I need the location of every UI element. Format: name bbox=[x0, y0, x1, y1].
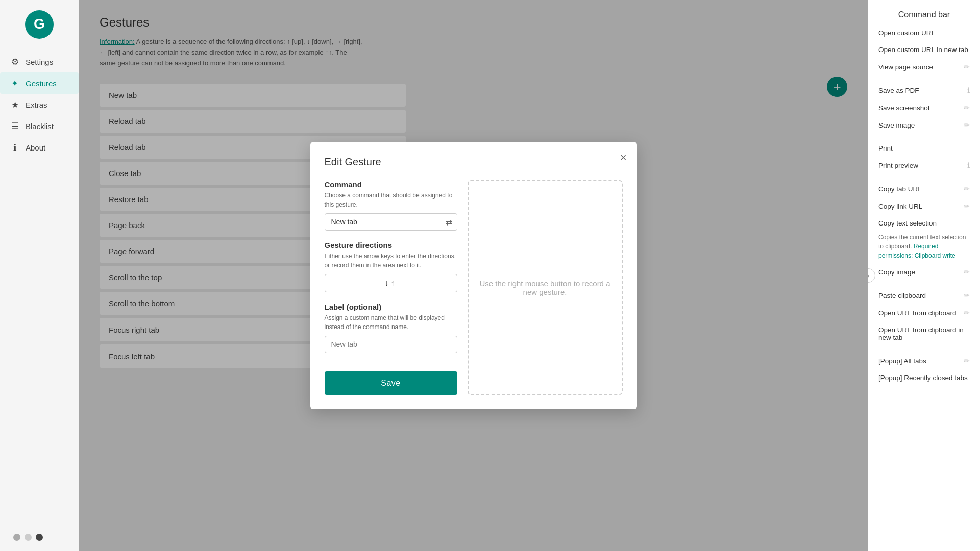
cmd-copy-text-selection[interactable]: Copy text selection bbox=[874, 215, 974, 232]
gesture-record-area[interactable]: Use the right mouse button to record a n… bbox=[468, 180, 623, 395]
sidebar-item-about[interactable]: ℹ About bbox=[0, 137, 79, 158]
settings-icon: ⚙ bbox=[9, 56, 20, 67]
dot-3[interactable] bbox=[36, 534, 43, 541]
edit-icon: ✏ bbox=[964, 309, 970, 317]
extras-icon: ★ bbox=[9, 99, 20, 110]
command-select-container: New tab ⇄ bbox=[325, 213, 457, 231]
cmd-label: Paste clipboard bbox=[878, 292, 926, 299]
edit-icon: ✏ bbox=[964, 63, 970, 71]
separator bbox=[874, 174, 974, 180]
separator bbox=[874, 281, 974, 287]
svg-text:G: G bbox=[34, 16, 45, 32]
cmd-label: Copy image bbox=[878, 268, 915, 276]
right-panel: › Command bar Open custom URL Open custo… bbox=[868, 0, 980, 551]
cmd-copy-link-url[interactable]: Copy link URL ✏ bbox=[874, 197, 974, 215]
cmd-label: Copy tab URL bbox=[878, 185, 922, 193]
main-content: Gestures Information: A gesture is a seq… bbox=[79, 0, 868, 551]
sidebar-label-about: About bbox=[26, 143, 45, 152]
right-panel-title: Command bar bbox=[868, 0, 980, 24]
cmd-open-custom-url[interactable]: Open custom URL bbox=[874, 24, 974, 41]
label-optional-label: Label (optional) bbox=[325, 303, 457, 311]
label-section: Label (optional) Assign a custom name th… bbox=[325, 303, 457, 353]
command-section: Command Choose a command that should be … bbox=[325, 180, 457, 231]
sidebar: G ⚙ Settings ✦ Gestures ★ Extras ☰ Black… bbox=[0, 0, 79, 551]
cmd-label: Open custom URL bbox=[878, 29, 935, 37]
cmd-copy-image[interactable]: Copy image ✏ bbox=[874, 263, 974, 281]
edit-icon: ℹ bbox=[967, 161, 970, 169]
cmd-popup-all-tabs[interactable]: [Popup] All tabs ✏ bbox=[874, 352, 974, 369]
edit-icon: ✏ bbox=[964, 202, 970, 210]
command-label: Command bbox=[325, 180, 457, 189]
cmd-label: Print bbox=[878, 144, 893, 152]
cmd-open-custom-url-new-tab[interactable]: Open custom URL in new tab bbox=[874, 41, 974, 58]
sidebar-item-extras[interactable]: ★ Extras bbox=[0, 94, 79, 115]
edit-icon: ✏ bbox=[964, 121, 970, 129]
cmd-save-screenshot[interactable]: Save screenshot ✏ bbox=[874, 99, 974, 116]
record-hint-text: Use the right mouse button to record a n… bbox=[479, 279, 611, 296]
command-desc: Choose a command that should be assigned… bbox=[325, 191, 457, 209]
cmd-label: [Popup] Recently closed tabs bbox=[878, 374, 968, 382]
dot-2[interactable] bbox=[24, 534, 32, 541]
cmd-open-url-clipboard[interactable]: Open URL from clipboard ✏ bbox=[874, 304, 974, 321]
gestures-icon: ✦ bbox=[9, 78, 20, 89]
cmd-print[interactable]: Print bbox=[874, 140, 974, 157]
separator bbox=[874, 346, 974, 352]
cmd-label: Copy link URL bbox=[878, 203, 922, 210]
cmd-label: Save image bbox=[878, 121, 915, 129]
dot-1[interactable] bbox=[13, 534, 20, 541]
cmd-copy-tab-url[interactable]: Copy tab URL ✏ bbox=[874, 180, 974, 197]
modal-close-button[interactable]: × bbox=[620, 151, 627, 164]
gesture-directions-desc: Either use the arrow keys to enter the d… bbox=[325, 252, 457, 270]
sidebar-label-gestures: Gestures bbox=[26, 79, 57, 88]
edit-icon: ✏ bbox=[964, 104, 970, 112]
gesture-directions-section: Gesture directions Either use the arrow … bbox=[325, 241, 457, 292]
sidebar-nav: ⚙ Settings ✦ Gestures ★ Extras ☰ Blackli… bbox=[0, 51, 79, 158]
sidebar-label-extras: Extras bbox=[26, 101, 47, 109]
edit-gesture-modal: Edit Gesture × Command Choose a command … bbox=[310, 142, 637, 409]
separator bbox=[874, 76, 974, 82]
pagination-dots bbox=[13, 534, 43, 541]
sidebar-label-blacklist: Blacklist bbox=[26, 122, 54, 131]
cmd-label: Open custom URL in new tab bbox=[878, 46, 968, 54]
save-gesture-button[interactable]: Save bbox=[325, 371, 457, 395]
modal-overlay: Edit Gesture × Command Choose a command … bbox=[79, 0, 868, 551]
command-select[interactable]: New tab bbox=[325, 213, 457, 231]
copy-text-info: Copies the current text selection to cli… bbox=[874, 232, 974, 263]
cmd-label: View page source bbox=[878, 63, 933, 71]
edit-icon: ℹ bbox=[967, 86, 970, 94]
cmd-label: Open URL from clipboard in new tab bbox=[878, 326, 970, 341]
cmd-view-page-source[interactable]: View page source ✏ bbox=[874, 58, 974, 76]
sidebar-item-gestures[interactable]: ✦ Gestures bbox=[0, 72, 79, 94]
edit-icon: ✏ bbox=[964, 357, 970, 365]
permissions-link[interactable]: Required permissions: Clipboard write bbox=[878, 243, 955, 259]
sidebar-item-blacklist[interactable]: ☰ Blacklist bbox=[0, 115, 79, 137]
cmd-label: Print preview bbox=[878, 162, 918, 169]
edit-icon: ✏ bbox=[964, 185, 970, 193]
app-logo[interactable]: G bbox=[25, 10, 54, 41]
modal-body: Command Choose a command that should be … bbox=[325, 180, 623, 395]
cmd-save-image[interactable]: Save image ✏ bbox=[874, 116, 974, 134]
modal-left: Command Choose a command that should be … bbox=[325, 180, 457, 395]
cmd-label: Copy text selection bbox=[878, 219, 937, 227]
gesture-directions-input[interactable] bbox=[325, 274, 457, 292]
cmd-label: Open URL from clipboard bbox=[878, 309, 957, 317]
cmd-label: Save screenshot bbox=[878, 104, 930, 112]
separator bbox=[874, 134, 974, 140]
about-icon: ℹ bbox=[9, 142, 20, 153]
cmd-paste-clipboard[interactable]: Paste clipboard ✏ bbox=[874, 287, 974, 304]
label-optional-desc: Assign a custom name that will be displa… bbox=[325, 313, 457, 332]
edit-icon: ✏ bbox=[964, 291, 970, 299]
gesture-directions-label: Gesture directions bbox=[325, 241, 457, 249]
command-bar-list: Open custom URL Open custom URL in new t… bbox=[868, 24, 980, 386]
cmd-open-url-clipboard-new-tab[interactable]: Open URL from clipboard in new tab bbox=[874, 321, 974, 346]
cmd-save-as-pdf[interactable]: Save as PDF ℹ bbox=[874, 82, 974, 99]
cmd-label: [Popup] All tabs bbox=[878, 357, 926, 365]
modal-title: Edit Gesture bbox=[325, 156, 623, 168]
cmd-label: Save as PDF bbox=[878, 87, 919, 94]
cmd-popup-recently-closed[interactable]: [Popup] Recently closed tabs bbox=[874, 369, 974, 386]
edit-icon: ✏ bbox=[964, 268, 970, 276]
cmd-print-preview[interactable]: Print preview ℹ bbox=[874, 157, 974, 174]
label-input[interactable] bbox=[325, 336, 457, 353]
sidebar-label-settings: Settings bbox=[26, 58, 53, 66]
sidebar-item-settings[interactable]: ⚙ Settings bbox=[0, 51, 79, 72]
